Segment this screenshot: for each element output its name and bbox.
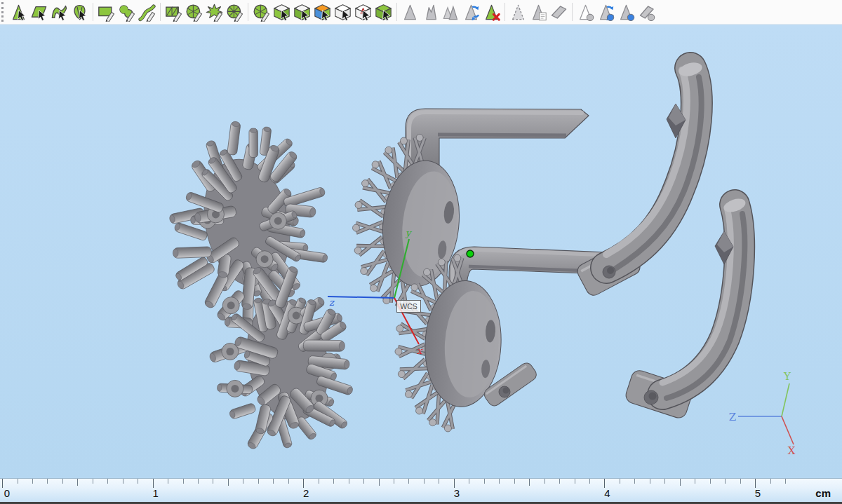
- mark-outline-icon: [509, 3, 528, 22]
- ruler-tick: [575, 479, 575, 484]
- ruler-tick: [288, 479, 289, 484]
- ruler-tick: [439, 479, 439, 484]
- cube-mark-inside-icon: [354, 3, 373, 22]
- scene-canvas[interactable]: zyxWCSZYX: [0, 25, 842, 478]
- toolbar-icon-mark-outline[interactable]: [508, 2, 528, 22]
- ruler-tick: [394, 479, 394, 484]
- toolbar-icon-copy-marked[interactable]: [528, 2, 549, 22]
- ruler-tick: [62, 479, 63, 484]
- toolbar-icon-expand-marking[interactable]: [400, 2, 420, 22]
- viewport-3d[interactable]: zyxWCSZYX: [0, 25, 842, 478]
- toolbar-icon-mark-edge[interactable]: [137, 2, 157, 22]
- ruler-tick: [93, 479, 93, 484]
- toolbar-icon-select-planes[interactable]: [29, 2, 49, 22]
- ruler-tick: [319, 479, 319, 484]
- ruler-tick: [107, 479, 108, 484]
- ruler-tick: [740, 479, 741, 484]
- ruler-tick: [168, 479, 168, 484]
- toolbar-icon-plane-ball[interactable]: [636, 2, 657, 22]
- clear-marking-icon: [482, 3, 501, 22]
- pin-cluster-upper[interactable]: [169, 121, 328, 327]
- ruler-tick: [138, 479, 138, 484]
- toolbar-icon-mark-brush[interactable]: [184, 2, 204, 22]
- toolbar-icon-sphere-marking[interactable]: [575, 2, 596, 22]
- ruler-tick: [333, 479, 334, 484]
- toolbar-icon-mark-wheel[interactable]: [225, 2, 245, 22]
- toolbar-icon-sphere-point[interactable]: [616, 2, 636, 22]
- cube-mark-through-icon: [333, 3, 352, 22]
- wcs-z-label: z: [329, 297, 335, 308]
- ruler-tick: [198, 479, 199, 484]
- toolbar-icon-shrink-marking[interactable]: [420, 2, 441, 22]
- armrest-upper[interactable]: [575, 60, 703, 298]
- toolbar-icon-select-shells[interactable]: [69, 2, 90, 22]
- toolbar-icon-cube-mark-visible[interactable]: [272, 2, 292, 22]
- toolbar-group-5: [400, 2, 502, 22]
- ruler-tick: [589, 479, 590, 484]
- select-planes-icon: [29, 3, 48, 22]
- ruler-tick: [379, 479, 380, 486]
- toolbar-icon-invert-marking[interactable]: [461, 2, 481, 22]
- toolbar-icon-select-surfaces[interactable]: [49, 2, 69, 22]
- wcs-label: WCS: [397, 301, 421, 313]
- ruler-tick: [349, 479, 349, 484]
- toolbar-icon-mark-plane[interactable]: [96, 2, 116, 22]
- select-triangles-icon: [9, 3, 28, 22]
- toolbar-separator: [504, 3, 505, 21]
- pin-cluster-lower[interactable]: [208, 265, 354, 450]
- toolbar-separator: [572, 3, 573, 21]
- triad-x-label: X: [788, 444, 796, 457]
- toolbar-separator: [93, 3, 93, 21]
- cube-mark-all-faces-icon: [374, 3, 393, 22]
- ruler-tick: [529, 479, 530, 486]
- toolbar-icon-select-triangles[interactable]: [8, 2, 29, 22]
- ruler-label-1: 1: [152, 487, 158, 499]
- ruler-tick: [408, 479, 409, 484]
- toolbar-icon-mark-window[interactable]: [163, 2, 184, 22]
- ruler-tick: [650, 479, 650, 484]
- toolbar-icon-cube-mark-bottom[interactable]: [292, 2, 312, 22]
- mark-wheel-alt-icon: [252, 3, 271, 22]
- ruler-tick: [514, 479, 515, 484]
- ruler-tick: [770, 479, 771, 484]
- select-shells-icon: [70, 3, 89, 22]
- toolbar-icon-sphere-invert[interactable]: [596, 2, 616, 22]
- ruler-tick: [123, 479, 123, 484]
- ruler-tick: [32, 479, 33, 484]
- toolbar-group-3: [163, 2, 245, 22]
- ruler-tick: [544, 479, 545, 484]
- mark-plane-icon: [97, 3, 116, 22]
- ruler-tick: [47, 479, 48, 484]
- toolbar-separator: [396, 3, 397, 21]
- ruler-tick: [18, 479, 18, 484]
- copy-marked-icon: [529, 3, 548, 22]
- ruler-tick: [680, 479, 681, 486]
- ruler-tick: [785, 479, 786, 484]
- toolbar-icon-mark-surface[interactable]: [116, 2, 137, 22]
- toolbar-icon-mark-wheel-alt[interactable]: [251, 2, 272, 22]
- toolbar-icon-mark-star[interactable]: [204, 2, 225, 22]
- svg-text:WCS: WCS: [400, 302, 417, 311]
- sphere-point-icon: [617, 3, 636, 22]
- toolbar-icon-cube-mark-all-faces[interactable]: [373, 2, 394, 22]
- toolbar-drag-handle[interactable]: [1, 2, 8, 22]
- expand-marking-icon: [401, 3, 420, 22]
- toolbar-group-1: [8, 2, 90, 22]
- orientation-triad: ZYX: [729, 370, 796, 457]
- select-surfaces-icon: [50, 3, 69, 22]
- cube-mark-top-icon: [313, 3, 332, 22]
- ruler-tick: [469, 479, 469, 484]
- ruler: cm 012345: [0, 478, 842, 502]
- toolbar-icon-clear-marking[interactable]: [481, 2, 502, 22]
- shrink-marking-icon: [421, 3, 440, 22]
- mark-star-icon: [205, 3, 224, 22]
- ruler-tick: [484, 479, 485, 484]
- toolbar-separator: [160, 3, 161, 21]
- toolbar-icon-cube-mark-top[interactable]: [312, 2, 333, 22]
- ruler-tick: [664, 479, 665, 484]
- toolbar-icon-flatten-marked[interactable]: [549, 2, 569, 22]
- toolbar-icon-cube-mark-through[interactable]: [333, 2, 353, 22]
- toolbar-icon-grow-marking[interactable]: [441, 2, 461, 22]
- cube-mark-bottom-icon: [293, 3, 312, 22]
- toolbar-icon-cube-mark-inside[interactable]: [353, 2, 373, 22]
